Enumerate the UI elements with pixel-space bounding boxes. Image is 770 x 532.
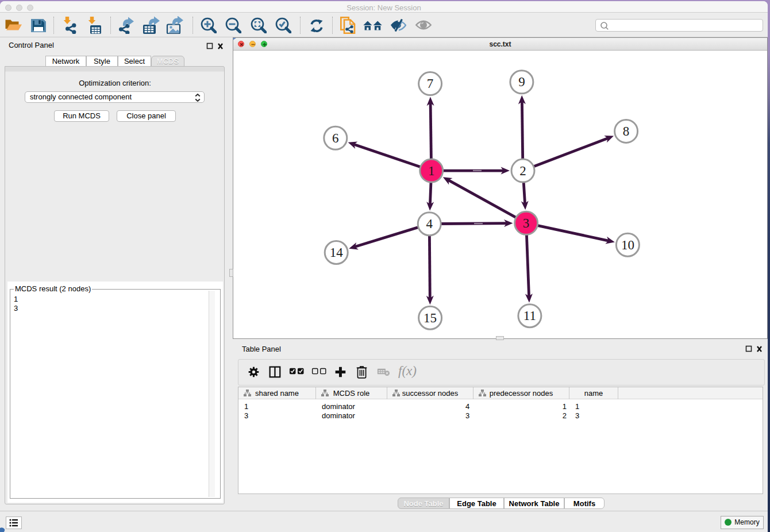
svg-text:4: 4 bbox=[426, 217, 433, 231]
svg-text:1: 1 bbox=[428, 164, 435, 178]
svg-text:10: 10 bbox=[621, 238, 634, 252]
svg-text:15: 15 bbox=[424, 311, 437, 325]
svg-text:11: 11 bbox=[523, 309, 536, 323]
svg-text:14: 14 bbox=[330, 245, 344, 260]
svg-text:8: 8 bbox=[623, 124, 630, 138]
svg-text:3: 3 bbox=[523, 216, 530, 230]
svg-text:6: 6 bbox=[332, 131, 339, 145]
svg-text:2: 2 bbox=[519, 164, 526, 178]
svg-text:7: 7 bbox=[427, 76, 434, 91]
svg-text:9: 9 bbox=[518, 75, 525, 89]
